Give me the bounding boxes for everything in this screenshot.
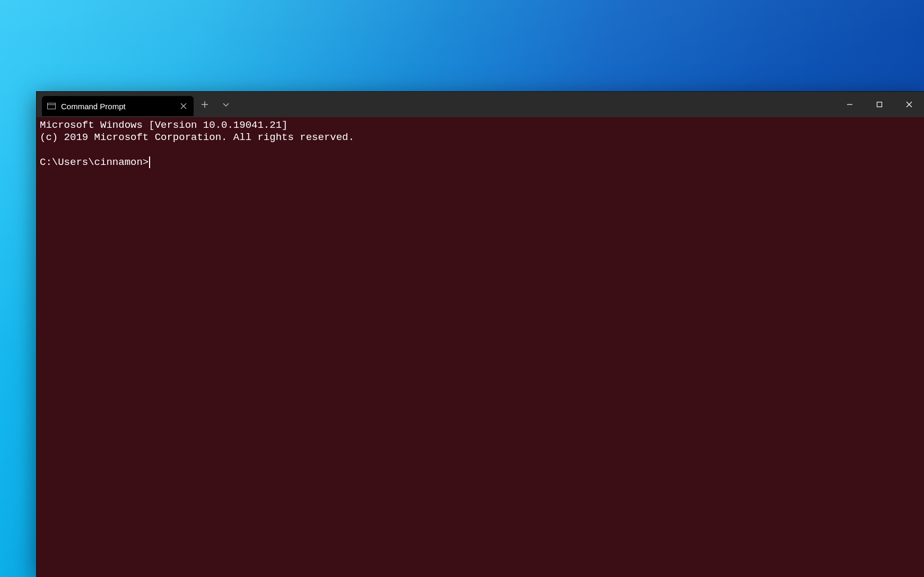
plus-icon xyxy=(201,101,208,108)
terminal-content[interactable]: Microsoft Windows [Version 10.0.19041.21… xyxy=(37,117,924,577)
cursor xyxy=(149,156,150,168)
minimize-icon xyxy=(847,101,853,108)
minimize-button[interactable] xyxy=(835,92,865,117)
tab-command-prompt[interactable]: Command Prompt xyxy=(42,96,194,116)
close-icon xyxy=(906,101,912,108)
window-close-button[interactable] xyxy=(894,92,924,117)
svg-rect-0 xyxy=(877,102,882,107)
cmd-icon xyxy=(47,103,56,109)
terminal-window: Command Prompt xyxy=(36,91,924,577)
maximize-icon xyxy=(876,101,883,108)
terminal-prompt: C:\Users\cinnamon> xyxy=(40,156,149,169)
titlebar[interactable]: Command Prompt xyxy=(37,92,924,117)
new-tab-button[interactable] xyxy=(196,95,214,113)
tab-dropdown-button[interactable] xyxy=(217,95,235,113)
terminal-line: Microsoft Windows [Version 10.0.19041.21… xyxy=(40,119,287,131)
close-icon xyxy=(180,103,187,109)
maximize-button[interactable] xyxy=(865,92,894,117)
tab-title: Command Prompt xyxy=(61,102,179,111)
chevron-down-icon xyxy=(222,101,230,108)
terminal-line: (c) 2019 Microsoft Corporation. All righ… xyxy=(40,132,354,143)
tab-close-button[interactable] xyxy=(179,101,188,111)
